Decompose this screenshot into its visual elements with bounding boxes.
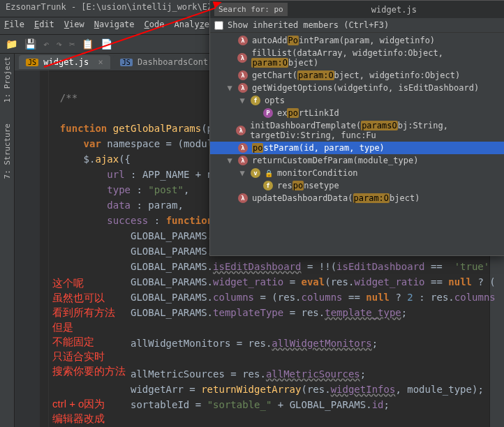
disclosure-triangle-icon[interactable]: ▼ (225, 156, 234, 165)
editor-gutter (15, 70, 40, 427)
structure-row-label: updateDashboardData(param:Object) (252, 193, 420, 203)
structure-row-label: exportLinkId (277, 108, 339, 118)
show-inherited-checkbox[interactable] (214, 21, 223, 30)
structure-row-label: returnCustomDefParam(module_type) (252, 156, 418, 165)
structure-row-label: postParam(id, param, type) (252, 143, 385, 153)
lock-icon: 🔒 (265, 170, 273, 177)
menu-edit[interactable]: Edit (34, 20, 54, 32)
structure-row[interactable]: λupdateDashboardData(param:Object) (210, 192, 504, 204)
structure-search: Search for: po (214, 3, 288, 16)
structure-popup: Search for: po widget.js Show inherited … (209, 0, 504, 256)
structure-title-row: Search for: po widget.js (210, 1, 504, 18)
structure-row-label: monitorCondition (277, 168, 358, 178)
method-icon: λ (237, 53, 247, 63)
disclosure-triangle-icon[interactable]: ▼ (225, 83, 234, 93)
disclosure-triangle-icon[interactable]: ▼ (238, 168, 246, 178)
structure-row-label: opts (265, 96, 285, 105)
method-icon: λ (238, 156, 248, 165)
structure-row[interactable]: λgetChart(param:Object, widgetinfo:Objec… (210, 69, 504, 82)
method-icon: λ (238, 143, 248, 153)
structure-header: Show inherited members (Ctrl+F3) (210, 18, 504, 33)
annotation-block-1: 这个呢 虽然也可以 看到所有方法 但是 不能固定 只适合实时 搜索你要的方法 (52, 276, 126, 378)
tab-widgetjs[interactable]: JS widget.js × (19, 55, 110, 69)
annotation-block-2: ctrl + o因为 编辑器改成 eclipse的 keymaps了 (52, 396, 105, 427)
menu-view[interactable]: View (64, 20, 84, 32)
method-icon: λ (238, 36, 248, 45)
method-icon: λ (238, 83, 248, 93)
var-icon: v (251, 168, 260, 178)
structure-row[interactable]: ▼v🔒monitorCondition (210, 167, 504, 179)
structure-row-label: responsetype (277, 181, 339, 190)
field-icon: f (251, 96, 260, 105)
structure-row[interactable]: λautoAddPointParam(param, widgetinfo) (210, 34, 504, 47)
structure-row-label: initDashboardTemplate(paramsObj:String, … (250, 121, 502, 140)
structure-row-label: fillList(dataArray, widgetinfo:Object, p… (251, 48, 502, 68)
structure-row[interactable]: ▼fopts (210, 94, 504, 107)
undo-icon[interactable]: ↶ (43, 38, 49, 50)
structure-row[interactable]: ▼λreturnCustomDefParam(module_type) (210, 154, 504, 167)
save-icon[interactable]: 💾 (24, 38, 36, 50)
sidetab-project[interactable]: 1: Project (3, 57, 12, 103)
field-icon: f (263, 181, 273, 190)
structure-tree[interactable]: λautoAddPointParam(param, widgetinfo)λfi… (210, 33, 504, 204)
structure-row[interactable]: fresponsetype (210, 179, 504, 192)
structure-row[interactable]: λpostParam(id, param, type) (210, 142, 504, 154)
menu-analyze[interactable]: Analyze (175, 20, 210, 32)
structure-row[interactable]: ▼λgetWidgetOptions(widgetinfo, isEditDas… (210, 82, 504, 94)
sidetab-structure[interactable]: 7: Structure (3, 123, 12, 179)
open-icon[interactable]: 📁 (6, 38, 17, 50)
method-icon: λ (236, 126, 246, 135)
cut-icon[interactable]: ✂ (69, 38, 75, 50)
method-icon: λ (238, 193, 248, 203)
property-icon: P (263, 108, 273, 118)
copy-icon[interactable]: 📋 (82, 38, 94, 50)
show-inherited-label: Show inherited members (Ctrl+F3) (228, 20, 389, 30)
menu-navigate[interactable]: Navigate (94, 20, 135, 32)
structure-row-label: getWidgetOptions(widgetinfo, isEditDashb… (252, 83, 479, 93)
redo-icon[interactable]: ↷ (56, 38, 61, 50)
structure-row[interactable]: λinitDashboardTemplate(paramsObj:String,… (210, 119, 504, 142)
close-icon[interactable]: × (98, 57, 103, 67)
structure-row-label: autoAddPointParam(param, widgetinfo) (252, 36, 435, 45)
structure-row[interactable]: λfillList(dataArray, widgetinfo:Object, … (210, 47, 504, 69)
structure-tab: widget.js (371, 5, 417, 15)
disclosure-triangle-icon[interactable]: ▼ (238, 96, 246, 105)
method-icon: λ (238, 70, 248, 80)
structure-row[interactable]: PexportLinkId (210, 107, 504, 119)
left-sidebar: 1: Project 7: Structure (0, 54, 15, 427)
menu-file[interactable]: File (4, 20, 24, 32)
structure-row-label: getChart(param:Object, widgetinfo:Object… (252, 70, 460, 80)
